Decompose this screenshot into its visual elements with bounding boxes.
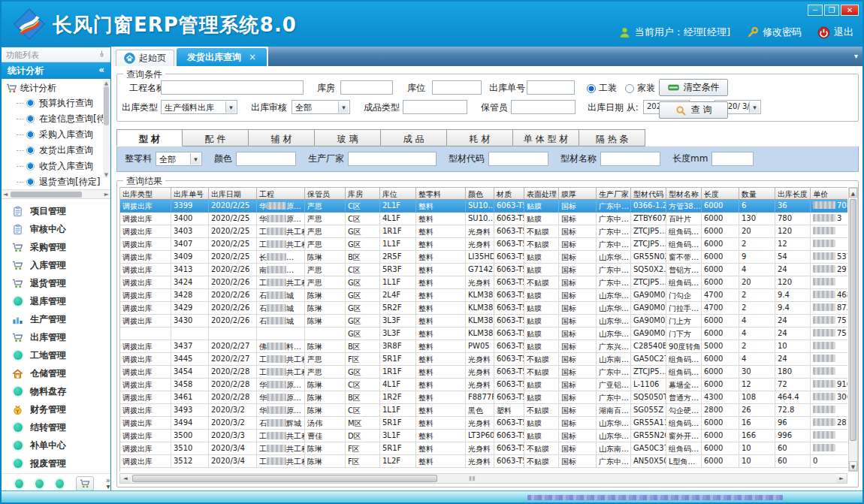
sidebar-item-return-warehouse-management[interactable]: 退库管理 — [2, 292, 110, 310]
tree-horizontal-scrollbar[interactable]: ◄ ► — [2, 190, 110, 199]
tab-overflow-icon[interactable]: ▾ — [854, 52, 858, 60]
minimize-button[interactable]: ─ — [808, 5, 823, 16]
grid-row[interactable]: 调拨出库33992020/2/25华原…严思C区2L1F整料SU10…6063-… — [120, 200, 847, 213]
grid-row[interactable]: 调拨出库35102020/3/4工共工程陈琳F区5R1F整料光身料6063-T5… — [120, 442, 847, 455]
grid-header-price[interactable]: 单价 — [811, 187, 847, 200]
collapse-icon[interactable]: « — [98, 65, 104, 77]
grid-row[interactable]: 调拨出库34282020/2/26石城陈琳G区2L4F整料KLM38176063… — [120, 289, 847, 302]
sidebar-item-carryover-management[interactable]: 结转管理 — [2, 418, 110, 436]
material-tab-2[interactable]: 配 件 — [183, 129, 249, 146]
sidebar-item-inbound-management[interactable]: 入库管理 — [2, 256, 110, 274]
close-button[interactable]: ✕ — [841, 5, 859, 16]
change-password-button[interactable]: 修改密码 — [746, 26, 802, 39]
location-input[interactable] — [432, 80, 482, 95]
grid-row[interactable]: 调拨出库34582020/2/28华原…陈琳C区4L1F整料光身料6063-T5… — [120, 379, 847, 391]
tree-root[interactable]: 统计分析 — [6, 80, 110, 95]
sidebar-item-warehouse-management[interactable]: 仓储管理 — [2, 364, 110, 382]
grid-row[interactable]: 调拨出库34452020/2/27工共工程严思F区5R1F整料光身料6063-T… — [120, 353, 847, 366]
grid-row[interactable]: 调拨出库34072020/2/25工共工程严思G区1L1F整料光身料6063-T… — [120, 238, 847, 251]
scroll-right-icon[interactable]: ► — [104, 191, 109, 198]
grid-header-color[interactable]: 颜色 — [466, 187, 494, 200]
grid-header-keeper[interactable]: 保管员 — [305, 187, 346, 200]
grid-header-code[interactable]: 型材代码 — [631, 187, 666, 200]
sidebar-section-header[interactable]: 统计分析 « — [2, 62, 110, 79]
grid-row[interactable]: G区3L3F整料KLM38176063-T5贴膜国标山东华…GA90M09.门下… — [120, 327, 847, 340]
grid-header-whole[interactable]: 整零料 — [416, 187, 466, 200]
grid-row[interactable]: 调拨出库34612020/2/28华原…陈琳B区1R2F整料F8877FT606… — [120, 391, 847, 404]
scroll-left-icon[interactable]: ◄ — [3, 191, 8, 198]
outbound-audit-select[interactable]: 全部 — [292, 100, 350, 114]
grid-row[interactable]: 调拨出库34032020/2/25工共工程严思G区1R1F整料光身料6063-T… — [120, 225, 847, 238]
material-tab-4[interactable]: 玻 璃 — [315, 129, 381, 146]
grid-header-proj[interactable]: 工程 — [257, 187, 305, 200]
grid-header-name[interactable]: 型材名称 — [666, 187, 702, 200]
sidebar-item-production-management[interactable]: 生产管理 — [2, 310, 110, 328]
grid-header-date[interactable]: 出库日期 — [209, 187, 257, 200]
tree-vertical-scrollbar[interactable]: ▲ ▼ — [103, 80, 110, 178]
outbound-type-select[interactable]: 生产领料出库 — [161, 100, 237, 114]
profile-name-input[interactable] — [600, 152, 660, 166]
scrollbar-thumb[interactable] — [132, 475, 437, 482]
scroll-up-icon[interactable]: ▲ — [849, 188, 857, 198]
grid-row[interactable]: 调拨出库35002020/3/3工共工程曹佳D区3L1F整料LT3P606063… — [120, 430, 847, 442]
grid-row[interactable]: 调拨出库34372020/2/27佛料…陈琳B区3R8F整料PW056063-T… — [120, 340, 847, 353]
module-cart-button[interactable] — [76, 476, 94, 491]
material-tab-7[interactable]: 单 体 型 材 — [513, 129, 579, 146]
radio-jiazhuang[interactable]: 家装 — [625, 82, 655, 95]
grid-row[interactable]: 调拨出库34292020/2/26石城陈琳G区5R2F整料KLM38176063… — [120, 302, 847, 315]
grid-row[interactable]: 调拨出库34302020/2/26石城陈琳G区3L3F整料KLM38176063… — [120, 315, 847, 327]
scroll-right-icon[interactable]: ► — [836, 474, 847, 483]
grid-row[interactable]: 调拨出库34942020/3/2石辉城汤伟M区5R1F整料光身料6063-T5贴… — [120, 417, 847, 430]
sidebar-item-returns-management[interactable]: 退货管理 — [2, 274, 110, 292]
radio-gongzhuang[interactable]: 工装 — [587, 82, 617, 95]
grid-header-loc[interactable]: 库位 — [380, 187, 416, 200]
maximize-button[interactable]: ❐ — [824, 5, 839, 16]
material-tab-8[interactable]: 隔 热 条 — [579, 129, 645, 146]
module-dot-icon[interactable] — [15, 479, 23, 488]
tree-item[interactable]: 采购入库查询 — [6, 127, 110, 143]
scroll-down-icon[interactable]: ▼ — [849, 461, 857, 471]
sidebar-item-site-management[interactable]: 工地管理 — [2, 346, 110, 364]
search-button[interactable]: 查 询 — [659, 101, 728, 119]
sidebar-item-material-inventory[interactable]: 物料盘存 — [2, 382, 110, 400]
grid-horizontal-scrollbar[interactable]: ◄ ⦀⦀ ► — [119, 473, 847, 484]
tree-item[interactable]: 发货出库查询 — [6, 143, 110, 158]
tab-close-icon[interactable]: × — [249, 52, 256, 62]
module-dot-icon[interactable] — [35, 479, 44, 488]
length-input[interactable] — [711, 152, 754, 166]
color-input[interactable] — [236, 152, 296, 166]
scroll-left-icon[interactable]: ◄ — [120, 474, 131, 483]
profile-code-input[interactable] — [488, 152, 548, 166]
grid-row[interactable]: 调拨出库34932020/3/2华原…陈琳C区1L1F整料黑色塑料不贴膜国标湖南… — [120, 404, 847, 417]
product-type-input[interactable] — [403, 100, 467, 114]
grid-header-mat[interactable]: 材质 — [494, 187, 524, 200]
material-tab-6[interactable]: 耗 材 — [447, 129, 513, 146]
outbound-no-input[interactable] — [527, 80, 575, 95]
tree-item[interactable]: 预算执行查询 — [6, 95, 110, 111]
sidebar-item-purchasing-management[interactable]: 采购管理 — [2, 238, 110, 256]
grid-header-outlen[interactable]: 出库长度 — [775, 187, 811, 200]
grid-header-surf[interactable]: 表面处理 — [524, 187, 559, 200]
warehouse-input[interactable] — [340, 80, 393, 95]
sidebar-item-audit-center[interactable]: 审核中心 — [2, 220, 110, 238]
grid-row[interactable]: 调拨出库34132020/2/26南…严思C区5R3F整料G714226063-… — [120, 264, 847, 276]
logout-button[interactable]: 退出 — [817, 26, 853, 39]
tree-item[interactable]: 退货查询[待定] — [6, 174, 110, 190]
manufacturer-input[interactable] — [348, 152, 437, 166]
grid-header-film[interactable]: 膜厚 — [559, 187, 597, 200]
tree-item[interactable]: 在途信息查询[待 — [6, 111, 110, 127]
scrollbar-thumb[interactable] — [11, 192, 82, 198]
tab-home[interactable]: 起始页 — [116, 50, 174, 66]
project-name-input[interactable] — [161, 80, 304, 95]
grid-header-no[interactable]: 出库单号 — [171, 187, 209, 200]
grid-header-qty[interactable]: 数量 — [739, 187, 775, 200]
sidebar-item-supplement-center[interactable]: 补单中心 — [2, 436, 110, 454]
grid-row[interactable]: 调拨出库34242020/2/26工共工程严思G区1L1F整料光身料6063-T… — [120, 276, 847, 289]
keeper-input[interactable] — [511, 100, 575, 114]
module-dot-icon[interactable] — [56, 479, 64, 488]
scroll-down-icon[interactable]: ▼ — [103, 172, 110, 178]
grid-header-wh[interactable]: 库房 — [346, 187, 380, 200]
material-tab-1[interactable]: 型 材 — [116, 129, 183, 146]
tab-shipment-outbound-query[interactable]: 发货出库查询 × — [177, 48, 267, 66]
grid-header-len[interactable]: 长度 — [702, 187, 739, 200]
